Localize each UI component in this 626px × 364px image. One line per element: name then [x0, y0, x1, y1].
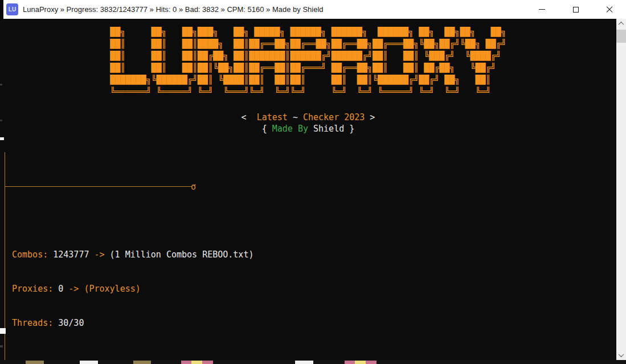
- version-nav: < Latest ~ Checker 2023 >: [0, 112, 616, 123]
- proxies-row: Proxies: 0 -> (Proxyless): [12, 283, 203, 295]
- threads-row: Threads: 30/30: [12, 317, 203, 329]
- proxies-mode: (Proxyless): [84, 284, 140, 294]
- combos-label: Combos:: [12, 250, 53, 260]
- taskbar-icon-fragment[interactable]: [202, 361, 213, 364]
- box-border-top: σ: [5, 186, 192, 187]
- nav-left-arrow[interactable]: <: [242, 112, 257, 122]
- background-window-peek: [0, 84, 2, 85]
- titlebar[interactable]: LU LunaProxy » Progress: 3832/1243777 » …: [0, 0, 626, 19]
- taskbar-icon-fragment[interactable]: [366, 361, 377, 364]
- stats-panel: σ Combos: 1243777 -> (1 Million Combos R…: [5, 152, 203, 364]
- background-window-peek: [0, 120, 2, 121]
- minimize-button[interactable]: [525, 0, 559, 19]
- window-title: LunaProxy » Progress: 3832/1243777 » Hit…: [23, 5, 324, 14]
- credit-open-brace: {: [262, 124, 272, 134]
- combos-count: 1243777: [53, 250, 89, 260]
- nav-checker-label: Checker 2023: [303, 112, 365, 122]
- background-window-peek: [0, 345, 3, 347]
- taskbar-icon-fragment[interactable]: [191, 361, 202, 364]
- credit-line: { Made By Shield }: [0, 123, 616, 134]
- combos-row: Combos: 1243777 -> (1 Million Combos REB…: [12, 249, 203, 260]
- scroll-down-button[interactable]: [616, 350, 626, 360]
- background-window-peek: [0, 137, 4, 140]
- taskbar-icon-fragment[interactable]: [133, 361, 151, 364]
- close-icon: [606, 6, 613, 13]
- proxies-count: 0: [58, 284, 63, 294]
- taskbar-icon-fragment[interactable]: [345, 361, 355, 364]
- window-controls: [525, 0, 626, 19]
- taskbar-icon-fragment[interactable]: [181, 361, 191, 364]
- combos-file: (1 Million Combos REBOO.txt): [110, 250, 254, 260]
- lunaproxy-logo-icon: LU: [6, 3, 18, 15]
- chevron-down-icon: [619, 351, 624, 357]
- console-output: ██╗ ██╗ ██╗███╗ ██╗ █████╗ ██████╗ █████…: [0, 19, 616, 364]
- threads-label: Threads:: [12, 318, 58, 328]
- lunaproxy-window: LU LunaProxy » Progress: 3832/1243777 » …: [0, 0, 626, 364]
- taskbar-icon-fragment[interactable]: [295, 361, 313, 364]
- border-cap-sigma: σ: [191, 181, 196, 193]
- nav-tilde: ~: [288, 112, 303, 122]
- credit-close-brace: }: [344, 124, 354, 134]
- proxies-arrow: ->: [63, 284, 84, 294]
- minimize-icon: [539, 9, 545, 10]
- proxies-label: Proxies:: [12, 284, 58, 294]
- chevron-up-icon: [619, 22, 624, 27]
- background-window-peek: [0, 328, 6, 334]
- nav-right-arrow[interactable]: >: [365, 112, 375, 122]
- maximize-icon: [573, 7, 579, 13]
- window-left-edge: [0, 0, 3, 19]
- threads-value: 30/30: [58, 318, 84, 328]
- taskbar-icon-fragment[interactable]: [80, 361, 98, 364]
- credit-made-by: Made By: [272, 124, 308, 134]
- vertical-scrollbar[interactable]: [616, 19, 626, 360]
- nav-latest-label: Latest: [257, 112, 288, 122]
- taskbar-icon-fragment[interactable]: [26, 361, 44, 364]
- credit-author: Shield: [308, 124, 344, 134]
- combos-arrow: ->: [89, 250, 109, 260]
- taskbar-edge: [0, 360, 626, 364]
- maximize-button[interactable]: [559, 0, 592, 19]
- ascii-banner: ██╗ ██╗ ██╗███╗ ██╗ █████╗ ██████╗ █████…: [110, 26, 506, 98]
- scroll-up-button[interactable]: [616, 19, 626, 28]
- config-box: Combos: 1243777 -> (1 Million Combos REB…: [5, 221, 203, 358]
- scrollbar-thumb[interactable]: [616, 30, 626, 43]
- taskbar-icon-fragment[interactable]: [355, 361, 366, 364]
- close-button[interactable]: [592, 0, 626, 19]
